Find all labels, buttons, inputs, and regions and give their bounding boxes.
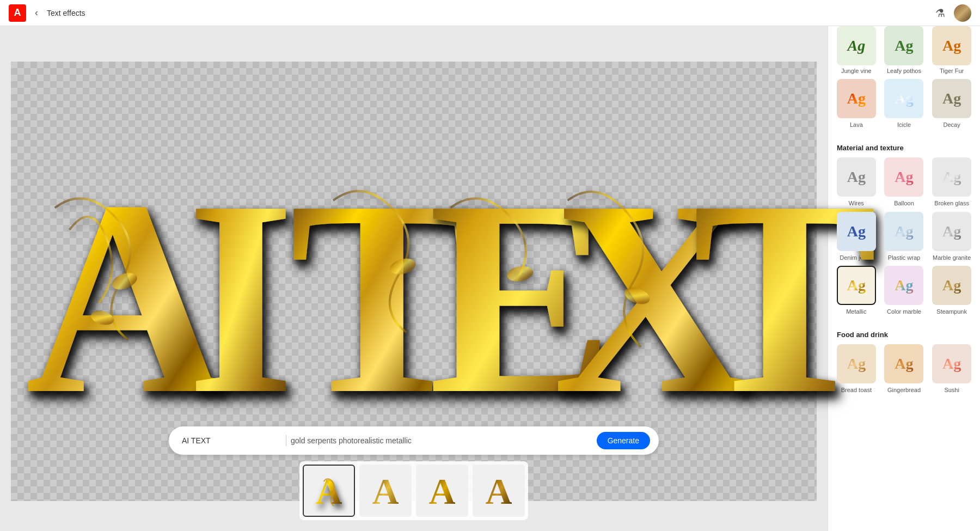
right-panel: Ag Jungle vine Ag Leafy pothos Ag Tiger … xyxy=(828,26,980,531)
back-button[interactable]: ‹ xyxy=(33,5,40,21)
effect-thumb-broken-glass: Ag xyxy=(932,157,971,197)
effect-label-jungle-vine: Jungle vine xyxy=(841,68,872,75)
effect-thumb-plastic-wrap: Ag xyxy=(884,212,923,251)
nature-effects-grid: Ag Lava Ag Icicle Ag Decay xyxy=(828,79,980,135)
effect-thumb-jungle-vine: Ag xyxy=(837,26,876,65)
prompt-bar: AI TEXT gold serpents photorealistic met… xyxy=(169,426,659,455)
text-input[interactable]: AI TEXT xyxy=(177,436,281,445)
svg-text:A: A xyxy=(486,471,512,512)
effect-thumb-denim-jeans: Ag xyxy=(837,212,876,251)
effect-thumb-gingerbread: Ag xyxy=(884,344,923,383)
effect-label-steampunk: Steampunk xyxy=(936,308,967,315)
header: A ‹ Text effects ⚗ xyxy=(0,0,980,26)
thumbnail-4[interactable]: A xyxy=(473,465,525,517)
effect-label-decay: Decay xyxy=(944,121,960,129)
effect-thumb-leafy-pothos: Ag xyxy=(884,26,923,65)
effect-label-color-marble: Color marble xyxy=(887,308,921,315)
effect-thumb-balloon: Ag xyxy=(884,157,923,197)
thumbnail-3[interactable]: A xyxy=(416,465,468,517)
thumbnail-2[interactable]: A xyxy=(359,465,412,517)
header-right: ⚗ xyxy=(935,4,971,22)
effect-thumb-color-marble: Ag xyxy=(884,266,923,305)
effect-label-icicle: Icicle xyxy=(897,121,911,129)
prompt-description-input[interactable]: gold serpents photorealistic metallic xyxy=(291,436,592,445)
effect-item-tiger-fur[interactable]: Ag Tiger Fur xyxy=(930,26,973,75)
effect-thumb-tiger-fur: Ag xyxy=(932,26,971,65)
effect-item-plastic-wrap[interactable]: Ag Plastic wrap xyxy=(883,212,926,261)
effect-item-leafy-pothos[interactable]: Ag Leafy pothos xyxy=(883,26,926,75)
effect-thumb-steampunk: Ag xyxy=(932,266,971,305)
thumbnails-bar: A A xyxy=(299,461,528,520)
effect-item-sushi[interactable]: Ag Sushi xyxy=(930,344,973,394)
effect-label-lava: Lava xyxy=(850,121,863,129)
effect-thumb-wires: Ag xyxy=(837,157,876,197)
effect-thumb-sushi: Ag xyxy=(932,344,971,383)
partial-top-row: Ag Jungle vine Ag Leafy pothos Ag Tiger … xyxy=(828,26,980,79)
effect-item-jungle-vine[interactable]: Ag Jungle vine xyxy=(835,26,878,75)
svg-text:A: A xyxy=(372,471,399,512)
effect-item-steampunk[interactable]: Ag Steampunk xyxy=(930,266,973,315)
effect-thumb-bread-toast: Ag xyxy=(837,344,876,383)
effect-label-sushi: Sushi xyxy=(944,387,959,394)
thumbnail-1[interactable]: A xyxy=(303,465,355,517)
page-title: Text effects xyxy=(47,9,85,17)
effect-item-decay[interactable]: Ag Decay xyxy=(930,79,973,129)
effect-item-balloon[interactable]: Ag Balloon xyxy=(883,157,926,207)
material-effects-grid: Ag Wires Ag Balloon Ag Broken glass xyxy=(828,157,980,322)
svg-text:A: A xyxy=(316,471,342,512)
effect-label-tiger-fur: Tiger Fur xyxy=(940,68,964,75)
effect-label-broken-glass: Broken glass xyxy=(934,200,969,207)
adobe-logo-icon: A xyxy=(9,4,26,22)
effect-label-leafy-pothos: Leafy pothos xyxy=(887,68,921,75)
prompt-divider xyxy=(286,435,286,446)
effect-item-gingerbread[interactable]: Ag Gingerbread xyxy=(883,344,926,394)
effect-item-icicle[interactable]: Ag Icicle xyxy=(883,79,926,129)
svg-text:I: I xyxy=(187,143,292,451)
user-avatar[interactable] xyxy=(954,4,971,22)
effect-label-gingerbread: Gingerbread xyxy=(887,387,921,394)
effect-thumb-lava: Ag xyxy=(837,79,876,118)
effect-thumb-marble-granite: Ag xyxy=(932,212,971,251)
effect-label-marble-granite: Marble granite xyxy=(933,254,971,261)
effect-label-plastic-wrap: Plastic wrap xyxy=(888,254,920,261)
effect-thumb-metallic: Ag xyxy=(837,266,876,305)
flask-icon[interactable]: ⚗ xyxy=(935,7,945,20)
generate-button[interactable]: Generate xyxy=(597,432,650,449)
effect-thumb-icicle: Ag xyxy=(884,79,923,118)
effect-item-marble-granite[interactable]: Ag Marble granite xyxy=(930,212,973,261)
effect-item-broken-glass[interactable]: Ag Broken glass xyxy=(930,157,973,207)
effect-label-balloon: Balloon xyxy=(894,200,914,207)
effect-thumb-decay: Ag xyxy=(932,79,971,118)
effect-item-color-marble[interactable]: Ag Color marble xyxy=(883,266,926,315)
svg-text:A: A xyxy=(429,471,456,512)
main-layout: A I T E X T xyxy=(0,26,980,531)
canvas-area: A I T E X T xyxy=(0,26,828,531)
effect-item-lava[interactable]: Ag Lava xyxy=(835,79,878,129)
